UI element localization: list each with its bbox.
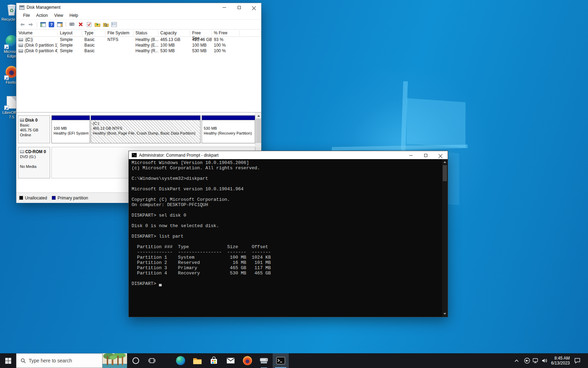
disk0-label-panel[interactable]: Disk 0 Basic 465.75 GB Online — [18, 115, 50, 143]
scroll-up-icon[interactable] — [442, 159, 448, 165]
column-free-space[interactable]: Free Spa... — [190, 30, 212, 36]
task-view-icon — [148, 357, 156, 364]
column-layout[interactable]: Layout — [58, 30, 82, 36]
scrollbar-thumb[interactable] — [256, 118, 261, 143]
volume-icon — [19, 44, 23, 47]
attributes-icon[interactable] — [111, 21, 117, 28]
scroll-down-icon[interactable] — [442, 311, 448, 317]
disk-management-titlebar[interactable]: Disk Management — [16, 3, 261, 12]
scrollbar-thumb[interactable] — [443, 165, 447, 181]
tray-show-hidden-icons[interactable] — [512, 353, 522, 368]
maximize-button[interactable] — [232, 3, 246, 12]
column-type[interactable]: Type — [82, 30, 105, 36]
shortcut-arrow-icon — [4, 75, 9, 80]
taskbar-edge-button[interactable] — [173, 353, 189, 368]
extend-volume-icon[interactable] — [94, 21, 100, 28]
taskbar-disk-management-button[interactable] — [256, 353, 272, 368]
close-button[interactable] — [246, 3, 261, 12]
menu-help[interactable]: Help — [66, 12, 82, 19]
minimize-icon — [409, 155, 413, 156]
scroll-up-icon[interactable] — [255, 113, 261, 118]
column-filler — [240, 30, 261, 36]
maximize-icon — [424, 154, 427, 157]
clock-time: 8:45 AM — [548, 356, 570, 361]
volume-layout: Simple — [58, 37, 82, 42]
partition-recovery[interactable]: 530 MB Healthy (Recovery Partition) — [202, 115, 255, 143]
partition-c[interactable]: (C:) 465.13 GB NTFS Healthy (Boot, Page … — [91, 115, 201, 143]
wallpaper-beam — [407, 98, 465, 148]
disk0-status: Online — [20, 133, 31, 137]
menu-file[interactable]: File — [20, 12, 33, 19]
column-capacity[interactable]: Capacity — [158, 30, 190, 36]
volume-pct-free: 93 % — [212, 37, 240, 42]
taskbar-command-prompt-button[interactable] — [273, 353, 289, 368]
partition-size: 100 MB — [54, 126, 67, 131]
volume-free: 431.46 GB — [190, 37, 212, 42]
volume-type: Basic — [82, 43, 105, 48]
taskbar-store-button[interactable] — [206, 353, 222, 368]
window-title: Disk Management — [27, 5, 61, 10]
maximize-button[interactable] — [418, 151, 433, 159]
volume-capacity: 465.13 GB — [158, 37, 190, 42]
volume-type: Basic — [82, 37, 105, 42]
volume-row-partition1[interactable]: (Disk 0 partition 1) Simple Basic Health… — [16, 42, 261, 48]
console-scrollbar[interactable] — [442, 159, 448, 317]
back-icon[interactable] — [19, 21, 26, 28]
taskbar-search[interactable] — [16, 353, 103, 368]
column-status[interactable]: Status — [133, 30, 158, 36]
tray-network[interactable] — [531, 353, 540, 368]
delete-volume-icon[interactable] — [77, 21, 84, 28]
minimize-button[interactable] — [217, 3, 232, 12]
volume-capacity: 530 MB — [158, 48, 190, 53]
console-body[interactable]: Microsoft Windows [Version 10.0.19045.20… — [129, 159, 448, 317]
speaker-icon — [541, 358, 548, 363]
volume-status: Healthy (R... — [133, 48, 158, 53]
console-cursor — [159, 284, 162, 286]
cdrom-label-panel[interactable]: CD-ROM 0 DVD (G:) No Media — [18, 147, 50, 178]
command-prompt-titlebar[interactable]: Administrator: Command Prompt - diskpart — [129, 151, 448, 159]
mark-partition-icon[interactable] — [86, 21, 92, 28]
taskbar-mail-button[interactable] — [223, 353, 239, 368]
volume-row-c[interactable]: (C:) Simple Basic NTFS Healthy (B... 465… — [16, 37, 261, 42]
toolbar-separator — [66, 22, 66, 27]
search-icon — [21, 358, 26, 363]
windows-logo-icon — [5, 358, 11, 364]
volume-list-header: Volume Layout Type File System Status Ca… — [16, 29, 261, 37]
taskbar-file-explorer-button[interactable] — [189, 353, 205, 368]
help-icon[interactable]: ? — [48, 21, 55, 28]
taskbar-clock[interactable]: 8:45 AM 6/13/2023 — [548, 353, 570, 368]
menu-action[interactable]: Action — [33, 12, 51, 19]
volume-row-partition4[interactable]: (Disk 0 partition 4) Simple Basic Health… — [16, 48, 261, 54]
column-pct-free[interactable]: % Free — [212, 30, 240, 36]
volume-free: 100 MB — [190, 43, 212, 48]
disk0-size: 465.75 GB — [20, 128, 38, 132]
explore-volume-icon[interactable] — [103, 21, 109, 28]
start-button[interactable] — [0, 353, 16, 368]
svg-text:♻: ♻ — [9, 8, 14, 13]
toolbar-separator — [37, 22, 37, 27]
disk-management-icon — [259, 357, 268, 364]
task-view-button[interactable] — [144, 353, 160, 368]
column-file-system[interactable]: File System — [105, 30, 133, 36]
news-widget[interactable] — [103, 353, 127, 368]
taskbar-firefox-button[interactable] — [239, 353, 255, 368]
properties-icon[interactable] — [69, 21, 75, 28]
action-center-button[interactable] — [571, 353, 583, 368]
forward-icon[interactable] — [28, 21, 34, 28]
minimize-button[interactable] — [404, 151, 418, 159]
partition-efi[interactable]: 100 MB Healthy (EFI System — [51, 115, 90, 143]
volume-capacity: 100 MB — [158, 43, 190, 48]
cortana-button[interactable] — [128, 353, 144, 368]
volume-name: (Disk 0 partition 1) — [24, 43, 58, 48]
menu-bar: File Action View Help — [16, 12, 261, 20]
partition-size: 530 MB — [204, 126, 217, 131]
show-console-tree-icon[interactable] — [40, 21, 46, 28]
column-volume[interactable]: Volume — [16, 30, 58, 36]
disk-management-app-icon — [19, 5, 24, 10]
disk0-type: Basic — [20, 123, 29, 127]
menu-view[interactable]: View — [51, 12, 66, 19]
volume-name: (Disk 0 partition 4) — [24, 48, 58, 53]
show-action-pane-icon[interactable] — [57, 21, 63, 28]
close-button[interactable] — [433, 151, 448, 159]
search-input[interactable] — [29, 358, 92, 363]
